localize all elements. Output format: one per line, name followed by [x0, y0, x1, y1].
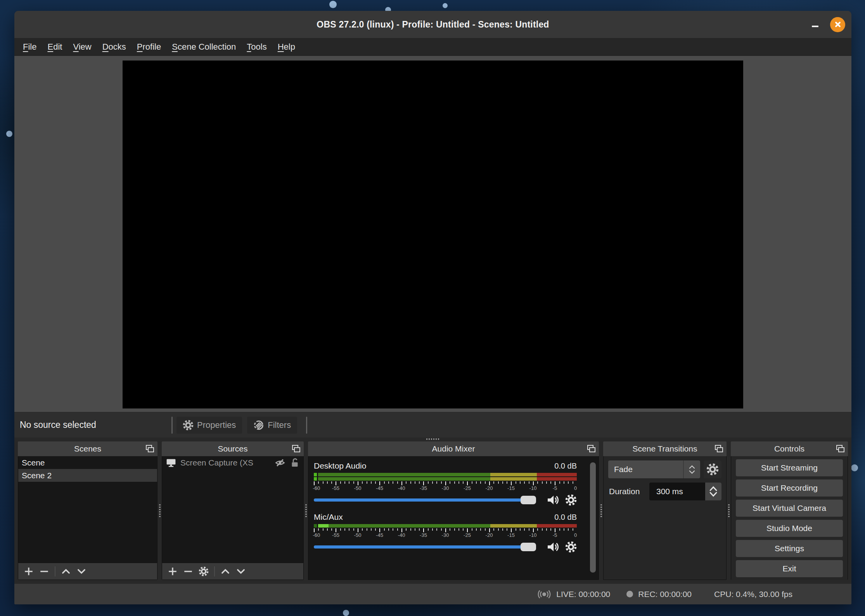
- chevron-up-icon: [220, 566, 230, 576]
- properties-button[interactable]: Properties: [176, 417, 242, 434]
- minus-icon: [183, 566, 193, 576]
- menu-profile[interactable]: Profile: [137, 42, 161, 52]
- mute-button[interactable]: [546, 541, 560, 553]
- volume-slider-handle[interactable]: [521, 496, 536, 504]
- scene-transitions-panel: Scene Transitions Fade: [603, 441, 727, 580]
- dock-splitter-handle[interactable]: [426, 438, 439, 440]
- dock-splitter-vertical[interactable]: [157, 441, 162, 580]
- gear-icon: [199, 566, 209, 576]
- menu-edit[interactable]: Edit: [47, 42, 62, 52]
- close-button[interactable]: [830, 17, 845, 32]
- volume-slider[interactable]: [314, 542, 541, 552]
- studio-mode-button[interactable]: Studio Mode: [736, 520, 843, 537]
- sources-panel-header[interactable]: Sources: [162, 441, 304, 456]
- channel-settings-button[interactable]: [565, 541, 577, 553]
- spinbox-arrows[interactable]: [705, 483, 721, 500]
- chevron-up-icon: [709, 486, 718, 491]
- sources-panel: Sources Screen Capture (XS: [162, 441, 304, 580]
- add-scene-button[interactable]: [23, 566, 35, 577]
- minimize-icon: [812, 26, 818, 27]
- start-streaming-button[interactable]: Start Streaming: [736, 459, 843, 476]
- move-scene-down-button[interactable]: [76, 566, 87, 577]
- menu-help[interactable]: Help: [278, 42, 295, 52]
- dock-splitter-vertical[interactable]: [727, 441, 731, 580]
- scenes-panel-title: Scenes: [74, 444, 101, 453]
- add-source-button[interactable]: [167, 566, 178, 577]
- transition-select[interactable]: Fade: [608, 460, 700, 478]
- channel-name: Mic/Aux: [314, 512, 343, 522]
- rec-time: REC: 00:00:00: [638, 590, 692, 599]
- meter-cap: [314, 477, 317, 481]
- channel-level: 0.0 dB: [554, 462, 577, 471]
- unlock-icon[interactable]: [290, 458, 300, 468]
- settings-button[interactable]: Settings: [736, 540, 843, 557]
- preview-area: [14, 56, 851, 412]
- db-scale-labels: -60 -55 -50 -45 -40 -35 -30 -25 -20 -15 …: [314, 532, 577, 538]
- chevron-down-icon: [689, 470, 695, 474]
- plus-icon: [24, 566, 34, 576]
- audio-mixer-header[interactable]: Audio Mixer: [308, 441, 599, 456]
- mute-button[interactable]: [546, 494, 560, 506]
- program-canvas[interactable]: [123, 61, 743, 408]
- duration-spinbox[interactable]: 300 ms: [649, 483, 721, 500]
- meter-bar: [318, 477, 577, 481]
- move-source-down-button[interactable]: [235, 566, 247, 577]
- splitter-dots: [728, 504, 730, 517]
- broadcast-icon: [537, 589, 551, 599]
- menu-view[interactable]: View: [73, 42, 91, 52]
- chevron-down-icon: [709, 492, 718, 497]
- source-properties-button[interactable]: [198, 566, 209, 577]
- scene-list-item[interactable]: Scene: [18, 456, 157, 469]
- dock-splitter-vertical[interactable]: [304, 441, 308, 580]
- transition-properties-button[interactable]: [704, 460, 721, 478]
- volume-slider-track: [314, 545, 528, 549]
- scene-list-item-selected[interactable]: Scene 2: [18, 469, 157, 482]
- title-bar[interactable]: OBS 27.2.0 (linux) - Profile: Untitled -…: [14, 11, 851, 38]
- meter-cap: [314, 524, 317, 528]
- channel-level: 0.0 dB: [554, 513, 577, 522]
- meter-cap: [314, 473, 317, 476]
- toolbar-divider: [55, 566, 55, 576]
- volume-slider[interactable]: [314, 495, 541, 505]
- remove-source-button[interactable]: [182, 566, 194, 577]
- menu-scene-collection[interactable]: Scene Collection: [172, 42, 236, 52]
- combo-arrows: [683, 460, 700, 478]
- dock-splitter-vertical[interactable]: [599, 441, 603, 580]
- popout-icon: [292, 445, 300, 452]
- start-recording-button[interactable]: Start Recording: [736, 479, 843, 497]
- remove-scene-button[interactable]: [38, 566, 50, 577]
- rec-status: REC: 00:00:00: [626, 590, 692, 599]
- scenes-panel-header[interactable]: Scenes: [18, 441, 157, 456]
- popout-icon: [836, 445, 844, 452]
- menu-tools[interactable]: Tools: [247, 42, 266, 52]
- chevron-down-icon: [76, 566, 86, 576]
- menu-docks[interactable]: Docks: [102, 42, 126, 52]
- db-scale-ticks: [314, 481, 577, 485]
- menu-file[interactable]: File: [23, 42, 36, 52]
- move-source-up-button[interactable]: [220, 566, 231, 577]
- minus-icon: [39, 566, 49, 576]
- start-virtual-camera-button[interactable]: Start Virtual Camera: [736, 500, 843, 517]
- scenes-panel: Scenes Scene Scene 2: [18, 441, 157, 580]
- volume-meter: [314, 524, 577, 528]
- controls-panel-header[interactable]: Controls: [731, 441, 848, 456]
- minimize-button[interactable]: [810, 19, 820, 29]
- source-list-item[interactable]: Screen Capture (XS: [162, 456, 303, 469]
- mixer-scrollbar[interactable]: [590, 462, 596, 573]
- exit-button[interactable]: Exit: [736, 560, 843, 577]
- wallpaper-dot: [329, 1, 337, 8]
- sources-panel-title: Sources: [218, 444, 247, 453]
- gear-icon: [706, 463, 719, 476]
- scene-transitions-header[interactable]: Scene Transitions: [603, 441, 727, 456]
- source-label: Screen Capture (XS: [180, 458, 270, 467]
- volume-slider-handle[interactable]: [521, 543, 536, 551]
- transition-selected-value: Fade: [608, 465, 683, 474]
- channel-settings-button[interactable]: [565, 494, 577, 506]
- eye-slash-icon[interactable]: [274, 458, 286, 468]
- move-scene-up-button[interactable]: [60, 566, 72, 577]
- toolbar-separator: [306, 417, 307, 434]
- filter-icon: [253, 420, 264, 431]
- toolbar-divider: [214, 566, 215, 576]
- filters-button[interactable]: Filters: [247, 417, 297, 434]
- speaker-icon: [546, 494, 560, 506]
